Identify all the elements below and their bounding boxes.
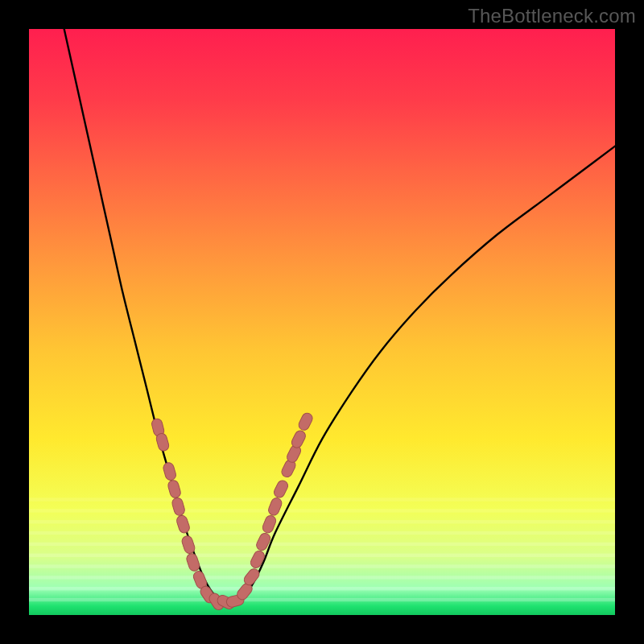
svg-rect-2: [29, 520, 615, 523]
svg-rect-7: [29, 576, 615, 579]
svg-rect-6: [29, 564, 615, 568]
svg-rect-4: [29, 543, 615, 546]
svg-rect-5: [29, 554, 615, 557]
watermark-text: TheBottleneck.com: [468, 5, 636, 27]
svg-rect-9: [29, 598, 615, 601]
svg-rect-1: [29, 509, 615, 512]
plot-svg: [29, 29, 615, 615]
gradient-background: [29, 29, 615, 615]
svg-rect-3: [29, 531, 615, 535]
chart-frame: TheBottleneck.com: [0, 0, 644, 644]
plot-area: [29, 29, 615, 615]
svg-rect-8: [29, 587, 615, 590]
svg-rect-0: [29, 497, 615, 501]
